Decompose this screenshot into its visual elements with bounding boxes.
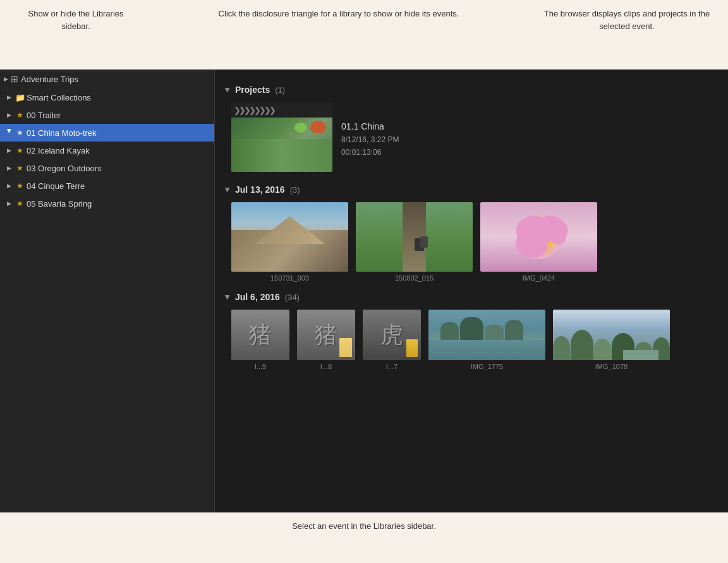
china-triangle[interactable]: ▶ <box>5 129 13 136</box>
sidebar-item-04-cinque[interactable]: ▶ ★ 04 Cinque Terre <box>0 177 214 195</box>
project-duration: 00:01:13:06 <box>341 148 399 157</box>
browser: ▶ Projects (1) ❯❯❯❯❯❯❯❯ 01.1 China 8/12/… <box>215 70 728 512</box>
sidebar-item-label: 00 Trailer <box>27 111 209 120</box>
jul13-disclosure-triangle[interactable]: ▶ <box>224 187 231 192</box>
jul6-count: (34) <box>285 293 300 302</box>
project-name: 01.1 China <box>341 121 399 131</box>
library-name: Adventure Trips <box>21 75 78 84</box>
star-icon: ★ <box>15 128 24 137</box>
project-info: 01.1 China 8/12/16, 3:22 PM 00:01:13:06 <box>341 102 399 157</box>
sidebar-item-label: Smart Collections <box>27 93 209 102</box>
sidebar-item-01-china[interactable]: ▶ ★ 01 China Moto-trek <box>0 124 214 142</box>
oregon-triangle[interactable]: ▶ <box>5 164 13 172</box>
projects-count: (1) <box>275 85 285 95</box>
star-icon: ★ <box>15 111 24 119</box>
clip-label: IMG_1775 <box>471 363 503 370</box>
sidebar-item-label: 01 China Moto-trek <box>27 128 209 138</box>
app-container: ▶ ⊞ Adventure Trips ▶ 📁 Smart Collection… <box>0 70 728 512</box>
projects-section-header: ▶ Projects (1) <box>225 85 718 95</box>
clip-item[interactable]: IMG_1078 <box>553 310 670 370</box>
clip-thumbnail <box>553 310 670 360</box>
clip-item[interactable]: 虎 I...7 <box>363 310 421 370</box>
jul6-section-header: ▶ Jul 6, 2016 (34) <box>225 292 718 302</box>
library-grid-icon: ⊞ <box>11 74 18 84</box>
trailer-triangle[interactable]: ▶ <box>5 111 13 119</box>
jul13-section-header: ▶ Jul 13, 2016 (3) <box>225 185 718 195</box>
star-icon: ★ <box>15 146 24 155</box>
sidebar-item-smart-collections[interactable]: ▶ 📁 Smart Collections <box>0 88 214 106</box>
jul13-title: Jul 13, 2016 <box>235 185 285 195</box>
clip-label: I...7 <box>386 363 397 370</box>
folder-icon: 📁 <box>15 93 24 102</box>
clip-thumbnail <box>480 202 597 272</box>
cinque-triangle[interactable]: ▶ <box>5 182 13 190</box>
sidebar-item-label: 04 Cinque Terre <box>27 181 209 191</box>
star-icon: ★ <box>15 181 24 190</box>
clip-label: 150802_015 <box>395 274 434 282</box>
library-header[interactable]: ▶ ⊞ Adventure Trips <box>0 70 214 88</box>
sidebar-item-05-bavaria[interactable]: ▶ ★ 05 Bavaria Spring <box>0 195 214 212</box>
project-thumb-image <box>231 118 332 172</box>
sidebar-item-label: 02 Iceland Kayak <box>27 146 209 155</box>
project-chevrons: ❯❯❯❯❯❯❯❯ <box>231 102 332 118</box>
project-date: 8/12/16, 3:22 PM <box>341 135 399 144</box>
sidebar: ▶ ⊞ Adventure Trips ▶ 📁 Smart Collection… <box>0 70 215 512</box>
star-icon: ★ <box>15 199 24 208</box>
bavaria-triangle[interactable]: ▶ <box>5 200 13 207</box>
clip-label: IMG_0424 <box>523 274 555 282</box>
project-thumbnail: ❯❯❯❯❯❯❯❯ <box>231 102 332 172</box>
projects-title: Projects <box>235 85 270 95</box>
projects-disclosure-triangle[interactable]: ▶ <box>224 87 231 92</box>
clip-thumbnail: 猪 <box>297 310 355 360</box>
sidebar-item-label: 03 Oregon Outdoors <box>27 164 209 173</box>
jul13-count: (3) <box>290 185 300 195</box>
clip-thumbnail: 猪 <box>231 310 289 360</box>
clip-item[interactable]: 猪 I...8 <box>297 310 355 370</box>
clip-label: IMG_1078 <box>595 363 628 370</box>
clip-item[interactable]: IMG_0424 <box>480 202 597 282</box>
clip-label: I...8 <box>320 363 332 370</box>
top-annotation-area: Show or hide the Libraries sidebar. Clic… <box>0 0 728 70</box>
clip-label: 150731_003 <box>270 274 309 282</box>
star-icon: ★ <box>15 164 24 173</box>
clip-item[interactable]: 猪 I...9 <box>231 310 289 370</box>
clip-item[interactable]: 150802_015 <box>356 202 473 282</box>
annotation-browser-display: The browser displays clips and projects … <box>538 8 715 32</box>
iceland-triangle[interactable]: ▶ <box>5 147 13 154</box>
clip-label: I...9 <box>255 363 266 370</box>
library-disclosure-triangle[interactable]: ▶ <box>4 76 8 82</box>
clip-item[interactable]: IMG_1775 <box>428 310 545 370</box>
jul6-clip-grid: 猪 I...9 猪 I...8 虎 <box>225 310 718 370</box>
sidebar-item-label: 05 Bavaria Spring <box>27 199 209 209</box>
sidebar-item-02-iceland[interactable]: ▶ ★ 02 Iceland Kayak <box>0 142 214 159</box>
clip-thumbnail <box>356 202 473 272</box>
jul6-title: Jul 6, 2016 <box>235 292 280 302</box>
project-item[interactable]: ❯❯❯❯❯❯❯❯ 01.1 China 8/12/16, 3:22 PM 00:… <box>225 102 718 172</box>
clip-thumbnail <box>428 310 545 360</box>
smart-collections-triangle[interactable]: ▶ <box>5 94 13 101</box>
annotation-libraries-sidebar: Show or hide the Libraries sidebar. <box>13 8 139 32</box>
clip-item[interactable]: 150731_003 <box>231 202 348 282</box>
sidebar-item-03-oregon[interactable]: ▶ ★ 03 Oregon Outdoors <box>0 159 214 177</box>
jul6-disclosure-triangle[interactable]: ▶ <box>224 294 231 300</box>
clip-thumbnail: 虎 <box>363 310 421 360</box>
jul13-clip-grid: 150731_003 150802_015 <box>225 202 718 282</box>
bottom-annotation-area: Select an event in the Libraries sidebar… <box>0 512 728 563</box>
annotation-disclosure-triangle: Click the disclosure triangle for a libr… <box>139 8 538 20</box>
sidebar-item-00-trailer[interactable]: ▶ ★ 00 Trailer <box>0 106 214 124</box>
bottom-annotation-text: Select an event in the Libraries sidebar… <box>292 520 436 533</box>
clip-thumbnail <box>231 202 348 272</box>
